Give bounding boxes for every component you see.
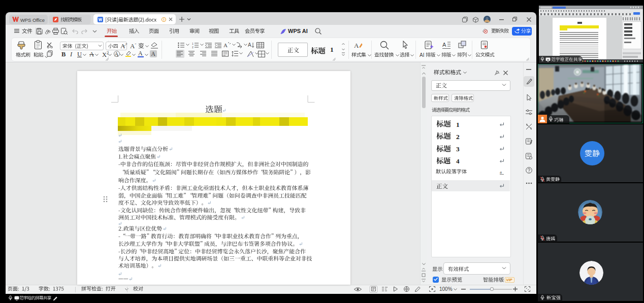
svg-text:A: A — [223, 42, 228, 48]
svg-text:a: a — [500, 170, 502, 175]
svg-text:A: A — [248, 42, 251, 48]
svg-text:A: A — [354, 42, 359, 49]
svg-text:2: 2 — [192, 46, 194, 49]
svg-text:A: A — [442, 42, 446, 48]
svg-text:1: 1 — [192, 42, 194, 45]
